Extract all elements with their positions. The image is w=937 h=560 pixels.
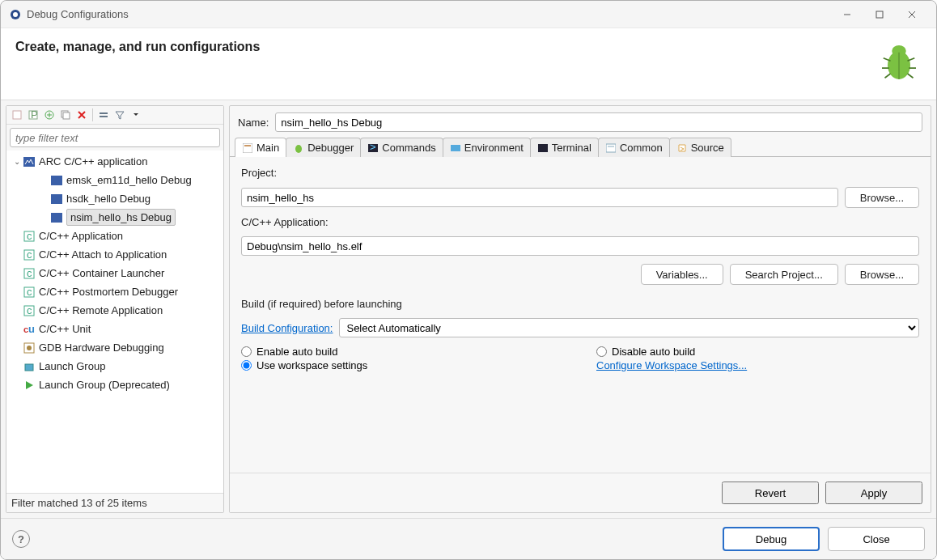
build-config-select[interactable]: Select Automatically <box>339 318 919 337</box>
radio-disable-auto-build[interactable]: Disable auto build <box>596 346 919 358</box>
svg-text:P: P <box>31 109 38 121</box>
tree-label: ARC C/C++ application <box>39 155 147 168</box>
tree-root-arc[interactable]: ⌄ ARC C/C++ application <box>6 152 223 171</box>
variables-button[interactable]: Variables... <box>641 264 723 285</box>
svg-point-42 <box>295 145 302 153</box>
svg-rect-47 <box>606 144 616 152</box>
tab-environment[interactable]: Environment <box>443 138 531 157</box>
svg-text:c: c <box>27 231 32 242</box>
new-proto-icon[interactable]: P <box>26 108 40 122</box>
common-tab-icon <box>605 142 617 154</box>
run-icon <box>23 379 36 392</box>
search-project-button[interactable]: Search Project... <box>730 264 838 285</box>
tree-label: C/C++ Attach to Application <box>39 248 167 261</box>
tab-label: Source <box>691 142 724 154</box>
tree-type-item[interactable]: cC/C++ Container Launcher <box>6 264 223 282</box>
tree-type-item[interactable]: Launch Group <box>6 357 223 375</box>
svg-text:>: > <box>370 143 376 153</box>
tab-common[interactable]: Common <box>598 138 670 157</box>
revert-button[interactable]: Revert <box>722 482 819 504</box>
delete-icon[interactable] <box>74 108 89 122</box>
name-label: Name: <box>238 117 269 129</box>
commands-tab-icon: > <box>367 142 379 154</box>
tab-commands[interactable]: >Commands <box>360 138 443 157</box>
svg-text:c: c <box>27 286 32 298</box>
app-browse-button[interactable]: Browse... <box>845 264 919 285</box>
svg-line-13 <box>885 74 891 78</box>
tree-label: nsim_hello_hs Debug <box>66 209 176 226</box>
build-group-label: Build (if required) before launching <box>241 298 919 310</box>
tree-config-item[interactable]: emsk_em11d_hello Debug <box>6 171 223 189</box>
configure-workspace-link[interactable]: Configure Workspace Settings... <box>596 359 919 371</box>
config-detail-pane: Name: Main Debugger >Commands Environmen… <box>229 105 931 513</box>
tree-label: C/C++ Application <box>39 230 123 242</box>
svg-rect-25 <box>51 194 62 204</box>
tree-type-item[interactable]: cC/C++ Application <box>6 227 223 245</box>
radio-enable-auto-build[interactable]: Enable auto build <box>241 346 564 358</box>
tab-label: Main <box>257 142 279 154</box>
tree-label: emsk_em11d_hello Debug <box>66 174 192 186</box>
debug-button[interactable]: Debug <box>723 527 820 551</box>
main-tab-icon <box>242 142 253 154</box>
filter-input[interactable] <box>10 128 220 147</box>
radio-use-workspace[interactable]: Use workspace settings <box>241 359 564 371</box>
tree-label: Launch Group <box>39 360 105 372</box>
tree-type-item[interactable]: cC/C++ Attach to Application <box>6 245 223 264</box>
app-label: C/C++ Application: <box>241 216 919 228</box>
env-tab-icon <box>450 142 461 154</box>
svg-point-38 <box>27 346 32 350</box>
tree-label: C/C++ Remote Application <box>39 304 163 316</box>
c-type-icon: c <box>23 267 36 280</box>
tree-type-item[interactable]: cuC/C++ Unit <box>6 320 223 338</box>
svg-rect-3 <box>876 11 883 18</box>
svg-rect-41 <box>244 145 251 146</box>
tree-label: C/C++ Container Launcher <box>39 267 164 279</box>
help-button[interactable]: ? <box>12 530 30 548</box>
expand-arrow-icon[interactable]: ⌄ <box>11 157 23 166</box>
tree-type-item[interactable]: cC/C++ Remote Application <box>6 301 223 320</box>
svg-text:c: c <box>27 305 32 316</box>
tree-type-item[interactable]: GDB Hardware Debugging <box>6 338 223 357</box>
svg-rect-26 <box>51 213 62 223</box>
duplicate-icon[interactable] <box>58 108 73 122</box>
launch-group-icon <box>23 360 36 373</box>
name-input[interactable] <box>275 112 922 132</box>
menu-chevron-icon[interactable] <box>129 108 143 122</box>
app-input[interactable] <box>241 236 919 256</box>
tree-toolbar: P <box>6 106 223 125</box>
svg-text:c: c <box>27 249 32 261</box>
tab-terminal[interactable]: Terminal <box>530 138 599 157</box>
tree-type-item[interactable]: Launch Group (Deprecated) <box>6 375 223 394</box>
tab-label: Commands <box>382 142 435 154</box>
tree-label: C/C++ Unit <box>39 323 91 335</box>
new-config-icon[interactable] <box>10 108 24 122</box>
minimize-button[interactable] <box>831 3 863 26</box>
collapse-icon[interactable] <box>96 108 111 122</box>
titlebar: Debug Configurations <box>1 1 936 28</box>
project-input[interactable] <box>241 188 838 207</box>
maximize-button[interactable] <box>863 3 896 26</box>
c-type-icon: c <box>23 248 36 261</box>
close-dialog-button[interactable]: Close <box>828 527 925 551</box>
terminal-tab-icon <box>537 142 549 154</box>
tab-debugger[interactable]: Debugger <box>286 138 361 157</box>
apply-button[interactable]: Apply <box>825 482 922 504</box>
tab-source[interactable]: Source <box>669 138 731 157</box>
arc-config-icon <box>50 174 63 187</box>
project-browse-button[interactable]: Browse... <box>845 187 919 208</box>
tab-main[interactable]: Main <box>235 138 286 157</box>
tree-label: C/C++ Postmortem Debugger <box>39 286 178 298</box>
close-button[interactable] <box>896 3 928 26</box>
filter-icon[interactable] <box>112 108 127 122</box>
debug-bug-icon <box>876 40 922 85</box>
tree-type-item[interactable]: cC/C++ Postmortem Debugger <box>6 282 223 301</box>
export-icon[interactable] <box>42 108 57 122</box>
tab-label: Environment <box>464 142 524 154</box>
build-config-link[interactable]: Build Configuration: <box>241 322 333 334</box>
tree-label: Launch Group (Deprecated) <box>39 379 170 391</box>
tree-config-item-selected[interactable]: nsim_hello_hs Debug <box>6 208 223 227</box>
tree-config-item[interactable]: hsdk_hello Debug <box>6 189 223 208</box>
bug-tab-icon <box>293 142 304 154</box>
tab-label: Terminal <box>552 142 591 154</box>
config-tree[interactable]: ⌄ ARC C/C++ application emsk_em11d_hello… <box>6 151 223 493</box>
